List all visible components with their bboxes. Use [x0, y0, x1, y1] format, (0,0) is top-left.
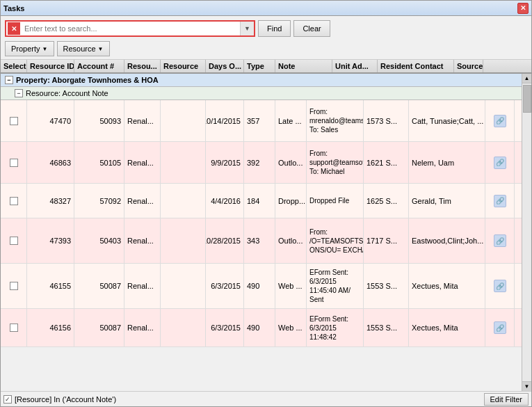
search-input[interactable]	[22, 24, 240, 33]
search-clear-icon[interactable]: ✕	[8, 22, 20, 35]
cell-type: 490	[244, 309, 275, 346]
table-row: 47393 50403 Renal... 10/28/2015 343 Outl…	[1, 218, 522, 264]
cell-unit: 1621 S...	[364, 142, 409, 183]
cell-source[interactable]: 🔗	[485, 218, 515, 263]
cell-type: 392	[244, 142, 275, 183]
cell-checkbox[interactable]	[1, 184, 27, 218]
subgroup-collapse-icon[interactable]: −	[15, 89, 23, 97]
cell-resou: Renal...	[124, 184, 161, 218]
cell-resident: Xectues, Mita	[409, 309, 485, 346]
link-icon[interactable]: 🔗	[494, 195, 506, 207]
cell-resident: Nelem, Uam	[409, 142, 485, 183]
group-header-property: − Property: Aborgate Townhomes & HOA	[1, 74, 522, 87]
cell-account: 50093	[74, 100, 124, 141]
link-icon[interactable]: 🔗	[494, 115, 506, 127]
table-body: − Property: Aborgate Townhomes & HOA − R…	[1, 74, 522, 391]
scroll-thumb[interactable]	[523, 85, 531, 113]
property-filter-button[interactable]: Property ▼	[5, 41, 54, 56]
search-box: ✕ ▼	[5, 20, 255, 37]
cell-source[interactable]: 🔗	[485, 142, 515, 183]
cell-checkbox[interactable]	[1, 142, 27, 183]
cell-unit: 1625 S...	[364, 184, 409, 218]
cell-type2: Late ...	[275, 100, 307, 141]
table-row: 47470 50093 Renal... 10/14/2015 357 Late…	[1, 100, 522, 142]
cell-resident: Eastwood,Clint;Joh...	[409, 218, 485, 263]
cell-resou: Renal...	[124, 100, 161, 141]
resource-dropdown-icon: ▼	[98, 46, 104, 52]
row-checkbox[interactable]	[10, 237, 18, 245]
close-button[interactable]: ✕	[517, 3, 529, 14]
table-row: 48327 57092 Renal... 4/4/2016 184 Dropp.…	[1, 184, 522, 218]
cell-days: 9/9/2015	[206, 142, 244, 183]
group-subheader-resource: − Resource: Account Note	[1, 87, 522, 100]
row-checkbox[interactable]	[10, 117, 18, 125]
cell-source[interactable]: 🔗	[485, 100, 515, 141]
cell-note: EForm Sent: 6/3/2015 11:48:42	[307, 309, 364, 346]
status-checkbox[interactable]: ✓	[3, 395, 12, 404]
cell-days: 10/28/2015	[206, 218, 244, 263]
cell-account: 57092	[74, 184, 124, 218]
cell-days: 6/3/2015	[206, 309, 244, 346]
scroll-down-button[interactable]: ▼	[522, 381, 531, 391]
row-checkbox[interactable]	[10, 159, 18, 167]
table-row: 46155 50087 Renal... 6/3/2015 490 Web ..…	[1, 264, 522, 309]
property-dropdown-icon: ▼	[42, 46, 48, 52]
cell-account: 50403	[74, 218, 124, 263]
row-checkbox[interactable]	[10, 197, 18, 205]
link-icon[interactable]: 🔗	[494, 280, 506, 292]
cell-note: From: mrenaldo@teamsoftonline.com To: Sa…	[307, 100, 364, 141]
search-dropdown-arrow[interactable]: ▼	[240, 22, 254, 35]
toolbar: ✕ ▼ Find Clear Property ▼ Resource ▼	[1, 16, 531, 60]
find-button[interactable]: Find	[258, 20, 291, 37]
edit-filter-button[interactable]: Edit Filter	[484, 393, 529, 406]
cell-resou: Renal...	[124, 309, 161, 346]
group-collapse-icon[interactable]: −	[5, 76, 13, 84]
cell-resou: Renal...	[124, 264, 161, 308]
cell-checkbox[interactable]	[1, 309, 27, 346]
cell-checkbox[interactable]	[1, 100, 27, 141]
status-bar: ✓ [Resource] In ('Account Note') Edit Fi…	[1, 391, 531, 406]
cell-resource-id: 47470	[27, 100, 74, 141]
col-selection: Selection	[1, 60, 27, 72]
cell-resource	[161, 309, 206, 346]
cell-checkbox[interactable]	[1, 218, 27, 263]
row-checkbox[interactable]	[10, 282, 18, 290]
cell-note: EForm Sent: 6/3/2015 11:45:40 AM/ Sent	[307, 264, 364, 308]
cell-type2: Dropp...	[275, 184, 307, 218]
cell-resource-id: 48327	[27, 184, 74, 218]
cell-source[interactable]: 🔗	[485, 264, 515, 308]
vertical-scrollbar[interactable]: ▲ ▼	[522, 74, 531, 391]
cell-unit: 1553 S...	[364, 309, 409, 346]
cell-resource-id: 46155	[27, 264, 74, 308]
row-checkbox[interactable]	[10, 324, 18, 332]
cell-resou: Renal...	[124, 142, 161, 183]
cell-unit: 1717 S...	[364, 218, 409, 263]
cell-source[interactable]: 🔗	[485, 309, 515, 346]
cell-account: 50105	[74, 142, 124, 183]
cell-source[interactable]: 🔗	[485, 184, 515, 218]
link-icon[interactable]: 🔗	[494, 321, 506, 334]
scroll-up-button[interactable]: ▲	[522, 74, 531, 83]
link-icon[interactable]: 🔗	[494, 234, 506, 247]
col-account: Account #	[74, 60, 124, 72]
filter-row: Property ▼ Resource ▼	[5, 41, 527, 56]
cell-days: 4/4/2016	[206, 184, 244, 218]
cell-checkbox[interactable]	[1, 264, 27, 308]
col-days: Days O...	[206, 60, 244, 72]
table-row: 46156 50087 Renal... 6/3/2015 490 Web ..…	[1, 309, 522, 347]
link-icon[interactable]: 🔗	[494, 157, 506, 169]
status-filter-text: [Resource] In ('Account Note')	[15, 395, 481, 404]
cell-resource-id: 46156	[27, 309, 74, 346]
title-bar: Tasks ✕	[1, 1, 531, 16]
cell-resou: Renal...	[124, 218, 161, 263]
col-source: Source	[454, 60, 483, 72]
table-row: 46863 50105 Renal... 9/9/2015 392 Outlo.…	[1, 142, 522, 184]
cell-resource-id: 47393	[27, 218, 74, 263]
cell-type2: Outlo...	[275, 142, 307, 183]
cell-type: 357	[244, 100, 275, 141]
cell-resource	[161, 100, 206, 141]
clear-button[interactable]: Clear	[293, 20, 330, 37]
cell-type2: Web ...	[275, 309, 307, 346]
cell-resident: Gerald, Tim	[409, 184, 485, 218]
resource-filter-button[interactable]: Resource ▼	[57, 41, 110, 56]
